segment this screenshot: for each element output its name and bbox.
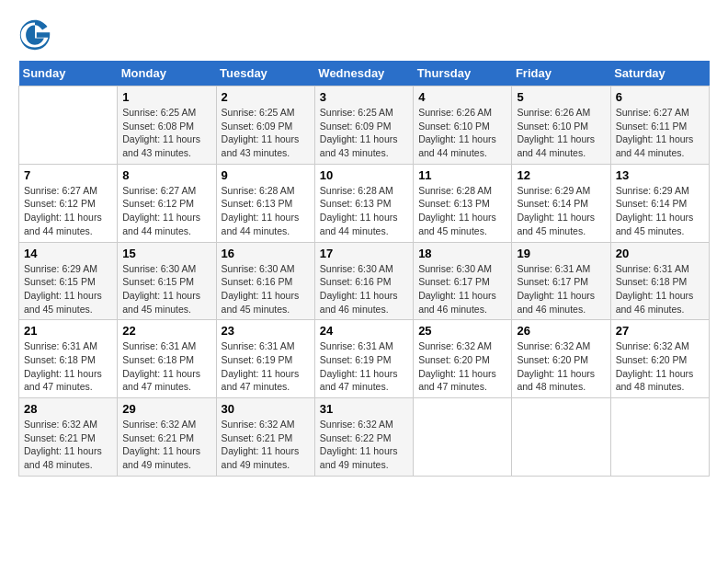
calendar-cell: 1Sunrise: 6:25 AM Sunset: 6:08 PM Daylig… — [118, 86, 216, 165]
day-number: 23 — [222, 324, 310, 338]
day-info: Sunrise: 6:31 AM Sunset: 6:17 PM Dayligh… — [517, 262, 605, 316]
day-number: 13 — [616, 168, 704, 182]
day-number: 25 — [418, 324, 506, 338]
day-info: Sunrise: 6:32 AM Sunset: 6:21 PM Dayligh… — [122, 418, 210, 472]
day-header-wednesday: Wednesday — [314, 61, 413, 86]
day-number: 9 — [222, 168, 310, 182]
day-number: 12 — [517, 168, 605, 182]
day-number: 19 — [517, 247, 605, 260]
day-info: Sunrise: 6:30 AM Sunset: 6:15 PM Dayligh… — [122, 262, 210, 316]
calendar-cell: 7Sunrise: 6:27 AM Sunset: 6:12 PM Daylig… — [19, 164, 118, 242]
day-number: 1 — [122, 90, 210, 104]
day-info: Sunrise: 6:25 AM Sunset: 6:09 PM Dayligh… — [320, 106, 408, 160]
calendar-cell: 17Sunrise: 6:30 AM Sunset: 6:16 PM Dayli… — [314, 242, 413, 320]
day-info: Sunrise: 6:28 AM Sunset: 6:13 PM Dayligh… — [222, 184, 310, 238]
calendar-cell: 27Sunrise: 6:32 AM Sunset: 6:20 PM Dayli… — [610, 320, 709, 398]
day-info: Sunrise: 6:32 AM Sunset: 6:22 PM Dayligh… — [320, 418, 408, 472]
calendar-cell: 21Sunrise: 6:31 AM Sunset: 6:18 PM Dayli… — [19, 320, 118, 398]
calendar-cell: 28Sunrise: 6:32 AM Sunset: 6:21 PM Dayli… — [19, 398, 118, 477]
day-info: Sunrise: 6:31 AM Sunset: 6:18 PM Dayligh… — [616, 262, 704, 316]
calendar-cell: 4Sunrise: 6:26 AM Sunset: 6:10 PM Daylig… — [414, 86, 512, 165]
day-number: 31 — [320, 402, 408, 416]
day-number: 10 — [320, 168, 408, 182]
day-info: Sunrise: 6:30 AM Sunset: 6:17 PM Dayligh… — [418, 262, 506, 316]
day-number: 18 — [418, 247, 506, 260]
day-header-friday: Friday — [512, 61, 610, 86]
calendar-cell: 26Sunrise: 6:32 AM Sunset: 6:20 PM Dayli… — [512, 320, 610, 398]
calendar-cell — [19, 86, 118, 165]
day-info: Sunrise: 6:32 AM Sunset: 6:20 PM Dayligh… — [616, 339, 704, 394]
calendar-cell: 2Sunrise: 6:25 AM Sunset: 6:09 PM Daylig… — [216, 86, 314, 165]
day-info: Sunrise: 6:30 AM Sunset: 6:16 PM Dayligh… — [222, 262, 310, 316]
day-number: 15 — [122, 247, 210, 260]
day-info: Sunrise: 6:31 AM Sunset: 6:18 PM Dayligh… — [122, 339, 210, 394]
logo — [18, 18, 55, 52]
day-info: Sunrise: 6:32 AM Sunset: 6:21 PM Dayligh… — [24, 418, 112, 472]
calendar-week-1: 1Sunrise: 6:25 AM Sunset: 6:08 PM Daylig… — [19, 86, 710, 165]
calendar-week-5: 28Sunrise: 6:32 AM Sunset: 6:21 PM Dayli… — [19, 398, 710, 477]
day-number: 14 — [24, 247, 112, 260]
calendar-cell: 23Sunrise: 6:31 AM Sunset: 6:19 PM Dayli… — [216, 320, 314, 398]
calendar-week-4: 21Sunrise: 6:31 AM Sunset: 6:18 PM Dayli… — [19, 320, 710, 398]
day-number: 6 — [616, 90, 704, 104]
day-number: 24 — [320, 324, 408, 338]
day-info: Sunrise: 6:25 AM Sunset: 6:08 PM Dayligh… — [122, 106, 210, 160]
day-info: Sunrise: 6:29 AM Sunset: 6:15 PM Dayligh… — [24, 262, 112, 316]
calendar-cell: 15Sunrise: 6:30 AM Sunset: 6:15 PM Dayli… — [118, 242, 216, 320]
calendar-cell: 25Sunrise: 6:32 AM Sunset: 6:20 PM Dayli… — [414, 320, 512, 398]
calendar-cell — [610, 398, 709, 477]
day-number: 11 — [418, 168, 506, 182]
day-number: 8 — [122, 168, 210, 182]
day-info: Sunrise: 6:29 AM Sunset: 6:14 PM Dayligh… — [616, 184, 704, 238]
calendar-cell — [512, 398, 610, 477]
day-number: 7 — [24, 168, 112, 182]
day-info: Sunrise: 6:27 AM Sunset: 6:12 PM Dayligh… — [24, 184, 112, 238]
day-header-monday: Monday — [118, 61, 216, 86]
calendar-cell: 19Sunrise: 6:31 AM Sunset: 6:17 PM Dayli… — [512, 242, 610, 320]
day-info: Sunrise: 6:28 AM Sunset: 6:13 PM Dayligh… — [418, 184, 506, 238]
day-header-thursday: Thursday — [414, 61, 512, 86]
calendar-cell: 11Sunrise: 6:28 AM Sunset: 6:13 PM Dayli… — [414, 164, 512, 242]
day-header-tuesday: Tuesday — [216, 61, 314, 86]
calendar-cell: 6Sunrise: 6:27 AM Sunset: 6:11 PM Daylig… — [610, 86, 709, 165]
calendar-cell: 30Sunrise: 6:32 AM Sunset: 6:21 PM Dayli… — [216, 398, 314, 477]
day-info: Sunrise: 6:30 AM Sunset: 6:16 PM Dayligh… — [320, 262, 408, 316]
day-info: Sunrise: 6:32 AM Sunset: 6:20 PM Dayligh… — [418, 339, 506, 394]
calendar-cell: 22Sunrise: 6:31 AM Sunset: 6:18 PM Dayli… — [118, 320, 216, 398]
day-number: 5 — [517, 90, 605, 104]
calendar-cell: 16Sunrise: 6:30 AM Sunset: 6:16 PM Dayli… — [216, 242, 314, 320]
logo-icon — [18, 18, 51, 52]
calendar-cell: 9Sunrise: 6:28 AM Sunset: 6:13 PM Daylig… — [216, 164, 314, 242]
day-number: 4 — [418, 90, 506, 104]
calendar-cell — [414, 398, 512, 477]
calendar-week-3: 14Sunrise: 6:29 AM Sunset: 6:15 PM Dayli… — [19, 242, 710, 320]
day-header-saturday: Saturday — [610, 61, 709, 86]
day-info: Sunrise: 6:25 AM Sunset: 6:09 PM Dayligh… — [222, 106, 310, 160]
calendar-table: SundayMondayTuesdayWednesdayThursdayFrid… — [18, 61, 710, 477]
day-number: 26 — [517, 324, 605, 338]
calendar-cell: 10Sunrise: 6:28 AM Sunset: 6:13 PM Dayli… — [314, 164, 413, 242]
day-number: 21 — [24, 324, 112, 338]
day-header-sunday: Sunday — [19, 61, 118, 86]
day-info: Sunrise: 6:29 AM Sunset: 6:14 PM Dayligh… — [517, 184, 605, 238]
day-number: 28 — [24, 402, 112, 416]
day-info: Sunrise: 6:31 AM Sunset: 6:19 PM Dayligh… — [222, 339, 310, 394]
day-number: 30 — [222, 402, 310, 416]
calendar-cell: 14Sunrise: 6:29 AM Sunset: 6:15 PM Dayli… — [19, 242, 118, 320]
day-number: 3 — [320, 90, 408, 104]
day-info: Sunrise: 6:26 AM Sunset: 6:10 PM Dayligh… — [517, 106, 605, 160]
day-info: Sunrise: 6:32 AM Sunset: 6:20 PM Dayligh… — [517, 339, 605, 394]
day-info: Sunrise: 6:27 AM Sunset: 6:12 PM Dayligh… — [122, 184, 210, 238]
day-number: 20 — [616, 247, 704, 260]
day-number: 2 — [222, 90, 310, 104]
day-info: Sunrise: 6:27 AM Sunset: 6:11 PM Dayligh… — [616, 106, 704, 160]
calendar-cell: 31Sunrise: 6:32 AM Sunset: 6:22 PM Dayli… — [314, 398, 413, 477]
calendar-header-row: SundayMondayTuesdayWednesdayThursdayFrid… — [19, 61, 710, 86]
calendar-cell: 24Sunrise: 6:31 AM Sunset: 6:19 PM Dayli… — [314, 320, 413, 398]
day-info: Sunrise: 6:28 AM Sunset: 6:13 PM Dayligh… — [320, 184, 408, 238]
calendar-cell: 5Sunrise: 6:26 AM Sunset: 6:10 PM Daylig… — [512, 86, 610, 165]
day-number: 17 — [320, 247, 408, 260]
calendar-cell: 29Sunrise: 6:32 AM Sunset: 6:21 PM Dayli… — [118, 398, 216, 477]
day-info: Sunrise: 6:31 AM Sunset: 6:19 PM Dayligh… — [320, 339, 408, 394]
day-info: Sunrise: 6:32 AM Sunset: 6:21 PM Dayligh… — [222, 418, 310, 472]
